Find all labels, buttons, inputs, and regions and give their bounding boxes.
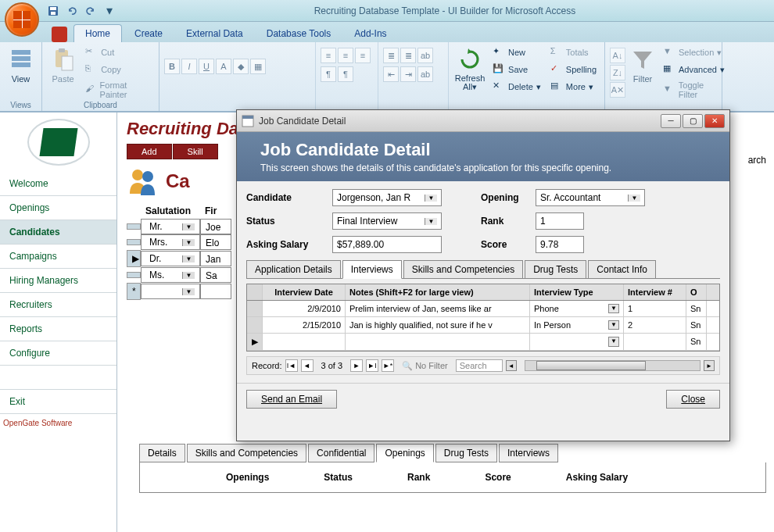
status-dropdown[interactable]: Final Interview▼ xyxy=(332,212,442,230)
delete-button[interactable]: ✕Delete ▾ xyxy=(489,79,544,95)
ribbon-tab-database-tools[interactable]: Database Tools xyxy=(256,25,342,42)
interview-row[interactable]: 2/9/2010 Prelim interview of Jan, seems … xyxy=(247,301,719,317)
advanced-button[interactable]: ▦Advanced ▾ xyxy=(660,62,728,77)
close-button[interactable]: Close xyxy=(666,390,720,409)
modal-titlebar[interactable]: Job Candidate Detail ─ ▢ ✕ xyxy=(237,110,729,132)
fill-color-button[interactable]: ◆ xyxy=(233,59,249,74)
cell-num[interactable] xyxy=(624,334,686,350)
firstname-input[interactable]: Joe xyxy=(200,219,231,234)
firstname-input[interactable] xyxy=(200,284,231,299)
cell-notes[interactable] xyxy=(346,334,530,350)
qat-dropdown-icon[interactable]: ▾ xyxy=(103,5,116,17)
redo-icon[interactable] xyxy=(84,5,97,17)
sidebar-item-campaigns[interactable]: Campaigns xyxy=(0,245,116,269)
tab-interviews[interactable]: Interviews xyxy=(342,260,402,279)
firstname-input[interactable]: Jan xyxy=(200,251,231,266)
ribbon-tab-create[interactable]: Create xyxy=(124,25,174,42)
cell-num[interactable]: 1 xyxy=(624,301,686,316)
more-button[interactable]: ▤More ▾ xyxy=(547,79,600,95)
cell-type[interactable]: In Person▼ xyxy=(530,317,624,333)
maximize-button[interactable]: ▢ xyxy=(683,114,703,128)
add-button[interactable]: Add xyxy=(127,144,172,159)
save-record-button[interactable]: 💾Save xyxy=(489,62,544,77)
italic-button[interactable]: I xyxy=(181,59,197,74)
first-record-button[interactable]: I◄ xyxy=(285,359,298,372)
sidebar-exit[interactable]: Exit xyxy=(0,389,116,414)
tab-contact-info[interactable]: Contact Info xyxy=(588,260,656,279)
new-record-button[interactable]: ►* xyxy=(382,359,394,372)
sidebar-item-configure[interactable]: Configure xyxy=(0,341,116,366)
detail-tab-confidential[interactable]: Confidential xyxy=(308,444,374,462)
sidebar-item-hiring-managers[interactable]: Hiring Managers xyxy=(0,269,116,293)
cell-date[interactable]: 2/9/2010 xyxy=(263,301,346,316)
prev-record-button[interactable]: ◄ xyxy=(301,359,314,372)
sort-desc-button[interactable]: Z↓ xyxy=(610,65,625,80)
increase-indent-button[interactable]: ⇥ xyxy=(400,66,416,82)
ribbon-tab-add-ins[interactable]: Add-Ins xyxy=(343,25,397,42)
copy-button[interactable]: ⎘Copy xyxy=(82,62,154,77)
new-button[interactable]: ✦New xyxy=(489,45,544,60)
firstname-input[interactable]: Sa xyxy=(200,267,231,283)
list-button[interactable]: ≣ xyxy=(383,48,399,63)
scroll-thumb[interactable] xyxy=(536,361,646,370)
bold-button[interactable]: B xyxy=(164,59,180,74)
underline-button[interactable]: U xyxy=(199,59,214,74)
cell-notes[interactable]: Jan is highly qualified, not sure if he … xyxy=(346,317,530,333)
clear-sort-button[interactable]: A✕ xyxy=(610,82,625,98)
sidebar-item-openings[interactable]: Openings xyxy=(0,196,116,220)
undo-icon[interactable] xyxy=(66,5,78,17)
skill-button[interactable]: Skill xyxy=(173,144,218,159)
scroll-left-button[interactable]: ◄ xyxy=(506,360,517,371)
cell-notes[interactable]: Prelim interview of Jan, seems like ar xyxy=(346,301,530,316)
opening-dropdown[interactable]: Sr. Accountant▼ xyxy=(536,189,645,206)
format-painter-button[interactable]: 🖌Format Painter xyxy=(82,79,154,101)
numbered-list-button[interactable]: ≣ xyxy=(400,48,416,63)
filter-button[interactable]: Filter xyxy=(629,45,657,109)
salutation-dropdown[interactable]: ▼ xyxy=(141,284,200,299)
interview-row-new[interactable]: ▶ ▼ Sn xyxy=(247,334,719,351)
cell-type[interactable]: Phone▼ xyxy=(530,301,624,316)
totals-button[interactable]: ΣTotals xyxy=(547,45,600,60)
row-selector[interactable] xyxy=(127,272,141,278)
next-record-button[interactable]: ► xyxy=(350,359,363,372)
tab-drug-tests[interactable]: Drug Tests xyxy=(525,260,586,279)
row-selector-current[interactable]: ▶ xyxy=(127,250,141,267)
minimize-button[interactable]: ─ xyxy=(661,114,681,128)
toggle-filter-button[interactable]: ▼Toggle Filter xyxy=(660,79,728,101)
row-selector-new[interactable]: * xyxy=(127,283,141,300)
row-selector[interactable] xyxy=(247,317,263,333)
cell-outcome[interactable]: Sn xyxy=(686,334,707,350)
detail-tab-details[interactable]: Details xyxy=(139,444,185,462)
align-left-button[interactable]: ≡ xyxy=(321,48,336,63)
detail-tab-drug-tests[interactable]: Drug Tests xyxy=(435,444,497,462)
cell-outcome[interactable]: Sn xyxy=(686,317,707,333)
selection-button[interactable]: ▼Selection ▾ xyxy=(660,45,728,60)
ribbon-tab-external-data[interactable]: External Data xyxy=(175,25,254,42)
align-right-button[interactable]: ≡ xyxy=(355,48,371,63)
text-format-button[interactable]: ab xyxy=(417,48,433,63)
office-button[interactable] xyxy=(5,2,39,37)
record-search-input[interactable]: Search xyxy=(456,359,503,372)
detail-tab-skills[interactable]: Skills and Competencies xyxy=(187,444,306,462)
detail-tab-openings[interactable]: Openings xyxy=(376,444,433,462)
row-selector[interactable] xyxy=(247,301,263,316)
last-record-button[interactable]: ►I xyxy=(366,359,378,372)
salutation-dropdown[interactable]: Ms.▼ xyxy=(141,267,200,283)
candidate-dropdown[interactable]: Jorgenson, Jan R▼ xyxy=(332,189,442,206)
cell-outcome[interactable]: Sn xyxy=(686,301,707,316)
asking-salary-input[interactable]: $57,889.00 xyxy=(332,236,442,253)
row-selector[interactable] xyxy=(127,223,141,230)
sidebar-item-welcome[interactable]: Welcome xyxy=(0,172,116,196)
font-color-button[interactable]: A xyxy=(216,59,231,74)
salutation-dropdown[interactable]: Mrs.▼ xyxy=(141,234,200,250)
spelling-button[interactable]: ✓Spelling xyxy=(547,62,600,77)
gridlines-button[interactable]: ▦ xyxy=(250,59,266,74)
sidebar-item-recruiters[interactable]: Recruiters xyxy=(0,293,116,317)
ltr-button[interactable]: ¶ xyxy=(338,66,353,82)
send-email-button[interactable]: Send an Email xyxy=(246,390,337,409)
sort-asc-button[interactable]: A↓ xyxy=(610,48,625,63)
interview-row[interactable]: 2/15/2010 Jan is highly qualified, not s… xyxy=(247,317,719,334)
rank-input[interactable]: 1 xyxy=(536,212,584,230)
firstname-input[interactable]: Elo xyxy=(200,234,231,250)
tab-application-details[interactable]: Application Details xyxy=(246,260,341,279)
